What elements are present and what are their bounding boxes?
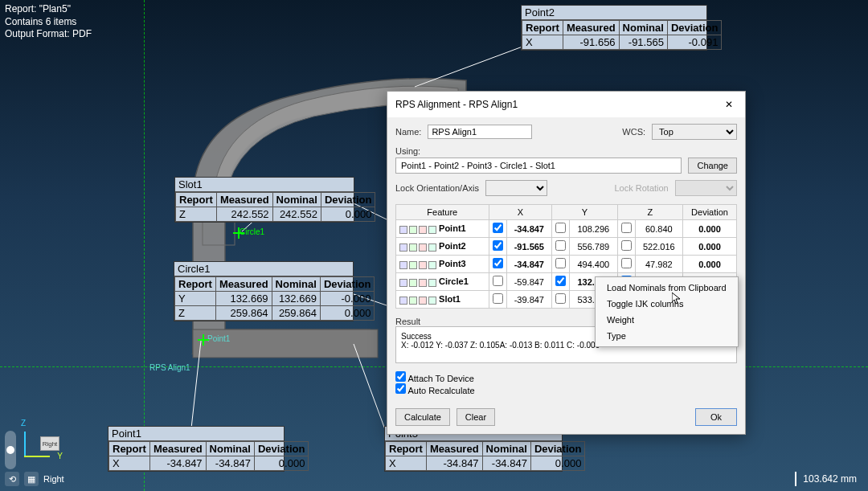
close-icon[interactable]: ✕ [721, 96, 737, 113]
report-format: Output Format: PDF [5, 28, 92, 41]
name-input[interactable] [428, 125, 532, 139]
report-name: Report: "Plan5" [5, 3, 92, 16]
y-axis-arrow [24, 456, 50, 457]
status-distance: 103.642 mm [795, 472, 863, 486]
y-checkbox[interactable] [555, 240, 566, 251]
callout-point1: Point1 ReportMeasuredNominalDeviation X-… [108, 426, 285, 472]
zoom-slider[interactable] [5, 431, 16, 469]
auto-label: Auto Recalculate [407, 386, 474, 395]
feature-icon [428, 261, 436, 269]
expand-icon[interactable] [399, 226, 407, 234]
check-icon[interactable] [409, 261, 417, 269]
callout-title: Slot1 [175, 178, 354, 192]
z-checkbox[interactable] [621, 258, 632, 268]
view-cube[interactable]: Right [40, 436, 59, 451]
z-axis-arrow [24, 432, 26, 457]
check-icon[interactable] [409, 226, 417, 234]
result-label: Result [395, 317, 420, 326]
grid-icon[interactable]: ▦ [24, 472, 39, 486]
menu-toggle-ijk[interactable]: Toggle IJK columns [596, 296, 738, 312]
dialog-titlebar[interactable]: RPS Alignment - RPS Align1 ✕ [387, 92, 745, 117]
wcs-label: WCS: [622, 127, 645, 137]
table-row[interactable]: Point3 -34.847 494.400 47.982 0.000 [396, 256, 737, 273]
expand-icon[interactable] [399, 261, 407, 269]
callout-circle1: Circle1 ReportMeasuredNominalDeviation Y… [174, 261, 354, 321]
name-label: Name: [395, 127, 421, 137]
rps-alignment-dialog: RPS Alignment - RPS Align1 ✕ Name: WCS: … [387, 91, 746, 435]
lock-rotation-label: Lock Rotation [614, 183, 668, 193]
lock-orientation-select[interactable] [485, 180, 547, 196]
attach-checkbox[interactable] [395, 371, 406, 382]
target-icon [419, 297, 427, 305]
context-menu: Load Nominals from Clipboard Toggle IJK … [595, 276, 739, 347]
report-count: Contains 6 items [5, 16, 92, 29]
slider-knob[interactable] [6, 446, 14, 454]
wcs-select[interactable]: Top [652, 124, 737, 140]
callout-table: ReportMeasuredNominalDeviation Z242.5522… [175, 192, 375, 222]
x-checkbox[interactable] [493, 258, 503, 268]
callout-table: ReportMeasuredNominalDeviation Y132.6691… [174, 276, 375, 321]
view-label: Right [43, 474, 64, 484]
view-toolbar: ⟲ ▦ Right [5, 472, 64, 486]
callout-title: Circle1 [174, 262, 353, 276]
using-input[interactable]: Point1 - Point2 - Point3 - Circle1 - Slo… [395, 158, 682, 174]
using-label: Using: [395, 146, 420, 156]
y-checkbox[interactable] [555, 258, 566, 268]
menu-type[interactable]: Type [596, 328, 738, 344]
table-row[interactable]: Point1 -34.847 108.296 60.840 0.000 [396, 220, 737, 238]
marker-cross-circle [233, 227, 244, 239]
lock-rotation-select [675, 180, 737, 196]
z-label: Z [21, 419, 26, 428]
target-icon [419, 243, 427, 252]
callout-slot1: Slot1 ReportMeasuredNominalDeviation Z24… [174, 177, 354, 223]
marker-point1: Point1 [207, 334, 230, 343]
orbit-icon[interactable]: ⟲ [5, 472, 19, 486]
x-checkbox[interactable] [493, 276, 503, 286]
feature-icon [428, 226, 436, 234]
check-icon[interactable] [409, 297, 417, 305]
change-button[interactable]: Change [688, 158, 737, 174]
menu-weight[interactable]: Weight [596, 312, 738, 328]
callout-table: ReportMeasuredNominalDeviation X-34.847-… [108, 441, 309, 471]
target-icon [419, 279, 427, 287]
marker-cross-point1 [198, 334, 209, 346]
attach-label: Attach To Device [407, 374, 473, 383]
menu-load-nominals[interactable]: Load Nominals from Clipboard [596, 280, 738, 296]
target-icon [419, 226, 427, 234]
auto-checkbox[interactable] [395, 383, 406, 394]
y-checkbox[interactable] [555, 223, 566, 233]
y-label: Y [57, 452, 63, 460]
expand-icon[interactable] [399, 297, 407, 305]
marker-rps: RPS Align1 [149, 363, 190, 372]
check-icon[interactable] [409, 279, 417, 287]
callout-point2: Point2 ReportMeasuredNominalDeviation X-… [521, 5, 707, 51]
y-checkbox[interactable] [555, 293, 566, 304]
y-checkbox[interactable] [555, 276, 566, 286]
x-checkbox[interactable] [493, 223, 503, 233]
check-icon[interactable] [409, 243, 417, 252]
axis-triad[interactable]: Z Y Right [14, 419, 63, 467]
feature-icon [428, 297, 436, 305]
callout-table: ReportMeasuredNominalDeviation X-34.847-… [385, 441, 585, 471]
cursor-icon [672, 293, 682, 305]
clear-button[interactable]: Clear [457, 408, 495, 426]
callout-title: Point2 [522, 6, 706, 20]
z-checkbox[interactable] [621, 223, 632, 233]
ok-button[interactable]: Ok [695, 408, 737, 426]
report-info: Report: "Plan5" Contains 6 items Output … [5, 3, 92, 41]
expand-icon[interactable] [399, 279, 407, 287]
table-row[interactable]: Point2 -91.565 556.789 522.016 0.000 [396, 238, 737, 256]
feature-icon [428, 279, 436, 287]
dialog-title: RPS Alignment - RPS Align1 [395, 99, 518, 110]
expand-icon[interactable] [399, 243, 407, 252]
callout-table: ReportMeasuredNominalDeviation X-91.656-… [522, 20, 722, 50]
target-icon [419, 261, 427, 269]
lock-orientation-label: Lock Orientation/Axis [395, 183, 479, 193]
x-checkbox[interactable] [493, 293, 503, 304]
callout-title: Point1 [108, 427, 284, 441]
feature-icon [428, 243, 436, 252]
x-checkbox[interactable] [493, 240, 503, 251]
calculate-button[interactable]: Calculate [395, 408, 450, 426]
z-checkbox[interactable] [621, 240, 632, 251]
